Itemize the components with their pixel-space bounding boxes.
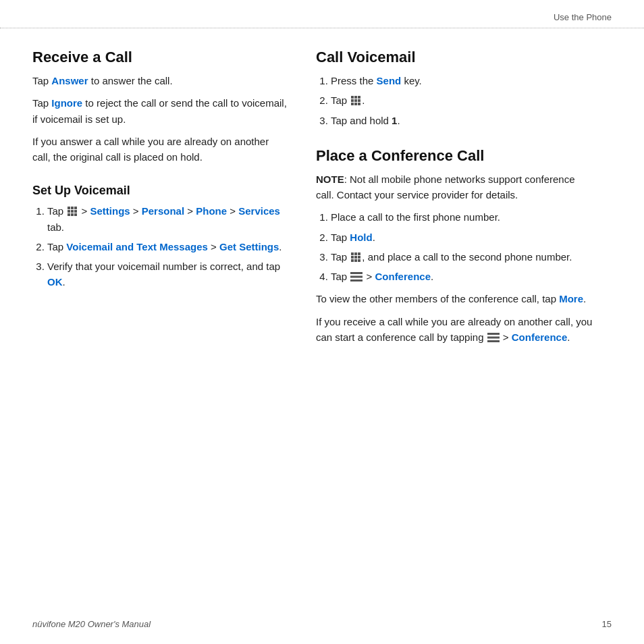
voicemail-text-link: Voicemail and Text Messages <box>66 241 208 252</box>
ignore-link: Ignore <box>51 97 82 109</box>
left-column: Receive a Call Tap Answer to answer the … <box>32 49 289 364</box>
svg-rect-4 <box>71 210 74 213</box>
get-settings-link: Get Settings <box>219 241 279 252</box>
conference-para1: To view the other members of the confere… <box>316 291 593 306</box>
svg-rect-15 <box>351 103 354 105</box>
svg-rect-13 <box>354 99 357 102</box>
grid-icon-2 <box>350 95 361 106</box>
more-link: More <box>559 293 583 304</box>
call-voicemail-section: Call Voicemail Press the Send key. Tap <box>316 49 593 128</box>
send-link: Send <box>377 75 402 86</box>
svg-rect-3 <box>68 210 70 213</box>
svg-rect-2 <box>74 207 77 209</box>
conference-call-heading: Place a Conference Call <box>316 147 593 165</box>
conference-step-3: Tap , and place a call to the second pho… <box>331 249 593 265</box>
set-up-voicemail-section: Set Up Voicemail Tap > Settings > Person… <box>32 184 289 290</box>
receive-call-para1: Tap Answer to answer the call. <box>32 73 289 88</box>
voicemail-step-1: Tap > Settings > Personal > Phone > Serv… <box>47 203 289 235</box>
voicemail-step-2: Tap Voicemail and Text Messages > Get Se… <box>47 239 289 254</box>
svg-rect-25 <box>354 259 357 262</box>
conference-call-section: Place a Conference Call NOTE: Not all mo… <box>316 147 593 345</box>
svg-rect-23 <box>358 256 360 259</box>
content-area: Receive a Call Tap Answer to answer the … <box>0 28 644 377</box>
page-number: 15 <box>602 619 612 629</box>
svg-rect-6 <box>68 213 70 216</box>
answer-link: Answer <box>51 75 88 86</box>
svg-rect-14 <box>358 99 360 102</box>
svg-rect-10 <box>354 96 357 99</box>
svg-rect-5 <box>74 210 77 213</box>
conference-link-2: Conference <box>512 331 568 343</box>
manual-title: nüvifone M20 Owner's Manual <box>32 619 151 629</box>
svg-rect-8 <box>74 213 77 216</box>
svg-rect-28 <box>350 276 363 278</box>
svg-rect-12 <box>351 99 354 102</box>
svg-rect-29 <box>350 279 363 281</box>
svg-rect-26 <box>358 259 360 262</box>
set-up-voicemail-heading: Set Up Voicemail <box>32 184 289 198</box>
svg-rect-18 <box>351 252 354 255</box>
svg-rect-30 <box>487 333 500 335</box>
svg-rect-20 <box>358 252 360 255</box>
settings-link: Settings <box>90 205 130 217</box>
set-up-voicemail-list: Tap > Settings > Personal > Phone > Serv… <box>32 203 289 290</box>
right-column: Call Voicemail Press the Send key. Tap <box>316 49 593 364</box>
call-voicemail-step-1: Press the Send key. <box>331 73 593 88</box>
grid-icon <box>67 206 78 217</box>
receive-call-para2: Tap Ignore to reject the call or send th… <box>32 95 289 127</box>
svg-rect-32 <box>487 340 500 342</box>
call-voicemail-step-3: Tap and hold 1. <box>331 113 593 128</box>
svg-rect-1 <box>71 207 74 209</box>
grid-icon-3 <box>350 252 361 263</box>
svg-rect-24 <box>351 259 354 262</box>
call-voicemail-step-2: Tap . <box>331 92 593 108</box>
call-voicemail-heading: Call Voicemail <box>316 49 593 66</box>
svg-rect-22 <box>354 256 357 259</box>
note-label: NOTE <box>316 173 344 185</box>
conference-list: Place a call to the first phone number. … <box>316 209 593 284</box>
conference-link-1: Conference <box>375 271 431 282</box>
svg-rect-7 <box>71 213 74 216</box>
hold-link: Hold <box>350 232 372 243</box>
receive-call-para3: If you answer a call while you are alrea… <box>32 134 289 165</box>
page-header: Use the Phone <box>0 0 644 28</box>
receive-call-section: Receive a Call Tap Answer to answer the … <box>32 49 289 165</box>
svg-rect-9 <box>351 96 354 99</box>
svg-rect-31 <box>487 336 500 338</box>
svg-rect-17 <box>358 103 360 105</box>
svg-rect-21 <box>351 256 354 259</box>
voicemail-step-3: Verify that your voicemail number is cor… <box>47 259 289 290</box>
header-text: Use the Phone <box>554 12 612 22</box>
conference-step-2: Tap Hold. <box>331 230 593 245</box>
phone-link: Phone <box>196 205 227 217</box>
call-voicemail-list: Press the Send key. Tap . <box>316 73 593 128</box>
menu-icon-2 <box>487 333 500 342</box>
conference-step-1: Place a call to the first phone number. <box>331 209 593 225</box>
svg-rect-19 <box>354 252 357 255</box>
menu-icon <box>350 272 363 281</box>
conference-step-4: Tap > Conference. <box>331 269 593 284</box>
conference-para2: If you receive a call while you are alre… <box>316 314 593 346</box>
svg-rect-27 <box>350 272 363 274</box>
page-footer: nüvifone M20 Owner's Manual 15 <box>0 619 644 629</box>
ok-link: OK <box>47 276 63 288</box>
svg-rect-11 <box>358 96 360 99</box>
receive-call-heading: Receive a Call <box>32 49 289 66</box>
personal-link: Personal <box>142 205 184 217</box>
svg-rect-0 <box>68 207 70 209</box>
services-link: Services <box>238 205 280 217</box>
conference-note: NOTE: Not all mobile phone networks supp… <box>316 171 593 203</box>
svg-rect-16 <box>354 103 357 105</box>
